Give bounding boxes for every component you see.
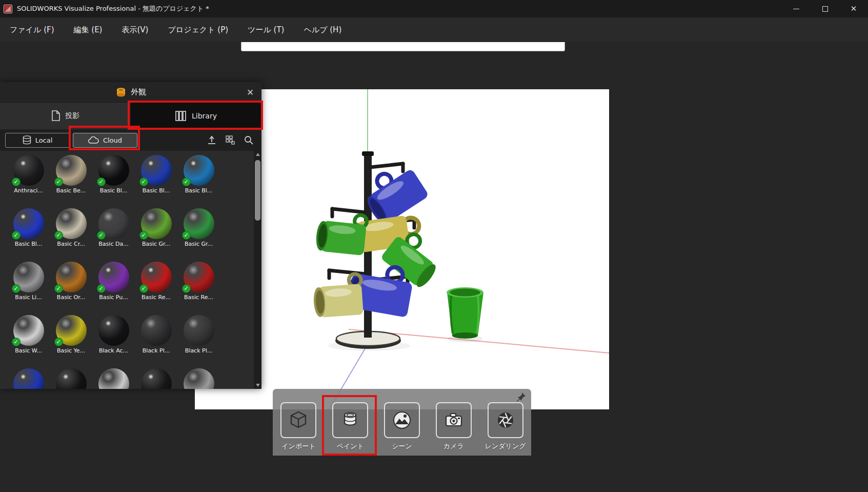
material-name: Basic Bl... xyxy=(93,187,135,194)
title-bar: SOLIDWORKS Visualize Professional - 無題のプ… xyxy=(0,0,868,17)
source-toggle-row: Local Cloud xyxy=(0,129,261,151)
menu-view[interactable]: 表示(V) xyxy=(112,17,158,42)
render-aperture-icon xyxy=(494,409,517,431)
check-badge: ✓ xyxy=(97,284,106,293)
scroll-down-icon xyxy=(256,384,260,387)
menu-tools[interactable]: ツール (T) xyxy=(238,17,294,42)
menu-file[interactable]: ファイル (F) xyxy=(0,17,64,42)
cloud-icon xyxy=(88,136,99,144)
material-item[interactable]: ✓ Basic W... xyxy=(7,315,50,368)
pin-icon[interactable] xyxy=(516,391,527,402)
appearance-panel-header: 外観 ✕ xyxy=(0,82,261,103)
material-item[interactable]: ✓ Basic Bl... xyxy=(7,208,50,262)
material-item[interactable]: ✓ Basic Gr... xyxy=(135,208,177,262)
material-name: Basic Be... xyxy=(50,187,92,194)
material-name: Black Ac... xyxy=(93,347,135,354)
material-item[interactable]: ✓ Basic Ye... xyxy=(50,315,92,368)
material-name: Basic Gr... xyxy=(178,241,220,247)
panel-close-button[interactable]: ✕ xyxy=(244,86,256,99)
material-item[interactable]: ✓ xyxy=(92,368,135,389)
render-label: レンダリング xyxy=(485,442,526,451)
check-badge: ✓ xyxy=(182,284,191,293)
camera-button[interactable] xyxy=(436,402,472,438)
import-label: インポート xyxy=(281,442,315,451)
material-item[interactable]: ✓ Anthraci... xyxy=(7,155,50,208)
material-sphere xyxy=(184,315,214,346)
document-icon xyxy=(51,110,60,122)
material-item[interactable]: ✓ Black Ac... xyxy=(92,315,135,368)
material-item[interactable]: ✓ Black Pl... xyxy=(177,315,220,368)
material-item[interactable]: ✓ xyxy=(50,368,92,389)
material-item[interactable]: ✓ Black Pl... xyxy=(135,315,177,368)
menu-edit[interactable]: 編集 (E) xyxy=(64,17,112,42)
check-badge: ✓ xyxy=(54,284,63,293)
material-name: Basic Cr... xyxy=(50,241,92,247)
menu-help[interactable]: ヘルプ (H) xyxy=(294,17,351,42)
close-button[interactable]: ✕ xyxy=(839,0,868,17)
maximize-icon xyxy=(822,6,828,12)
local-button[interactable]: Local xyxy=(5,133,70,148)
material-item[interactable]: ✓ Basic Gr... xyxy=(177,208,220,262)
check-badge: ✓ xyxy=(54,338,63,346)
material-item[interactable]: ✓ Basic Bl... xyxy=(135,155,177,208)
toolbar-item-render[interactable]: レンダリング xyxy=(481,402,530,451)
materials-scrollbar[interactable] xyxy=(254,151,261,389)
material-name: Basic Pu... xyxy=(93,294,135,301)
material-item[interactable]: ✓ Basic Or... xyxy=(50,262,92,315)
check-badge: ✓ xyxy=(54,231,63,240)
check-badge: ✓ xyxy=(139,178,148,186)
tab-library[interactable]: Library xyxy=(131,103,261,129)
material-item[interactable]: ✓ Basic Bl... xyxy=(177,155,220,208)
material-item[interactable]: ✓ Basic Pu... xyxy=(92,262,135,315)
check-badge: ✓ xyxy=(182,231,191,240)
import-appearance-button[interactable] xyxy=(204,132,219,148)
scene-image-icon xyxy=(391,409,413,431)
toolbar-item-import[interactable]: インポート xyxy=(274,402,323,451)
material-name: Basic Bl... xyxy=(8,241,50,247)
material-item[interactable]: ✓ Basic Li... xyxy=(7,262,50,315)
scrollbar-thumb[interactable] xyxy=(255,160,260,221)
close-icon: ✕ xyxy=(851,5,857,13)
render-button[interactable] xyxy=(488,402,523,438)
toolbar-item-camera[interactable]: カメラ xyxy=(429,402,478,451)
view-mode-button[interactable] xyxy=(223,132,238,148)
material-item[interactable]: ✓ Basic Re... xyxy=(135,262,177,315)
check-badge: ✓ xyxy=(12,231,21,240)
import-button[interactable] xyxy=(280,402,316,438)
scene-button[interactable] xyxy=(384,402,420,438)
menu-project[interactable]: プロジェクト (P) xyxy=(158,17,238,42)
scroll-down-button[interactable] xyxy=(254,382,261,389)
menu-bar: ファイル (F) 編集 (E) 表示(V) プロジェクト (P) ツール (T)… xyxy=(0,17,868,42)
material-sphere xyxy=(56,368,87,389)
search-icon xyxy=(244,135,254,145)
material-name: Basic Bl... xyxy=(178,187,220,194)
cloud-button[interactable]: Cloud xyxy=(73,133,137,148)
material-sphere xyxy=(98,315,129,346)
material-item[interactable]: ✓ Basic Bl... xyxy=(92,155,135,208)
check-badge: ✓ xyxy=(139,231,148,240)
search-button[interactable] xyxy=(241,132,256,148)
material-item[interactable]: ✓ Basic Re... xyxy=(177,262,220,315)
scroll-up-icon xyxy=(256,153,260,156)
paint-button[interactable] xyxy=(332,402,368,438)
minimize-button[interactable] xyxy=(782,0,811,17)
maximize-button[interactable] xyxy=(811,0,839,17)
toolbar-item-paint[interactable]: ペイント xyxy=(326,402,375,451)
scroll-up-button[interactable] xyxy=(254,151,261,158)
material-item[interactable]: ✓ xyxy=(7,368,50,389)
material-sphere xyxy=(98,368,129,389)
material-item[interactable]: ✓ Basic Be... xyxy=(50,155,92,208)
check-badge: ✓ xyxy=(97,178,106,186)
material-item[interactable]: ✓ Basic Cr... xyxy=(50,208,92,262)
check-badge: ✓ xyxy=(12,284,21,293)
material-name: Black Pl... xyxy=(135,347,177,354)
toolbar-item-scene[interactable]: シーン xyxy=(377,402,427,451)
local-button-label: Local xyxy=(35,136,53,144)
camera-label: カメラ xyxy=(443,442,464,451)
material-item[interactable]: ✓ Basic Da... xyxy=(92,208,135,262)
material-item[interactable]: ✓ xyxy=(135,368,177,389)
check-badge: ✓ xyxy=(54,178,63,186)
library-icon xyxy=(175,110,187,122)
tab-projection[interactable]: 投影 xyxy=(0,103,131,129)
material-item[interactable]: ✓ xyxy=(177,368,220,389)
